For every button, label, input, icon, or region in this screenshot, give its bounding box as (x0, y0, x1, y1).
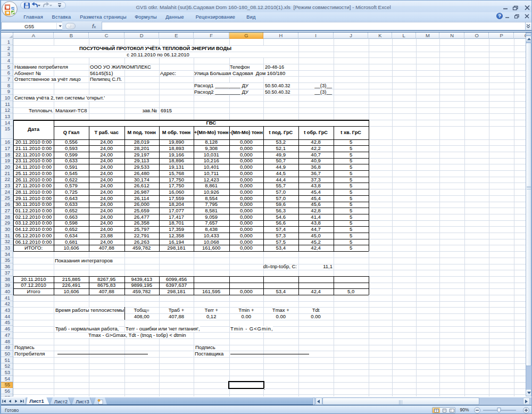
svg-text:?: ? (498, 13, 501, 19)
